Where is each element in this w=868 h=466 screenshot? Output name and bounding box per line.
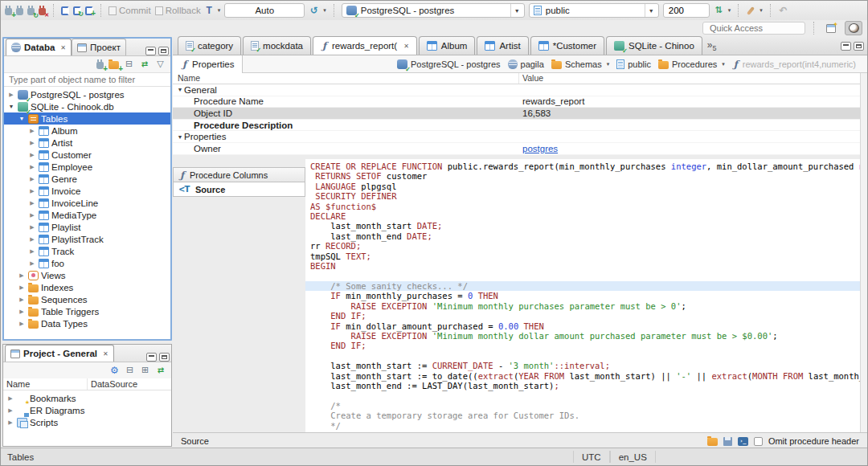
save-to-file-icon[interactable] (723, 437, 732, 446)
maximize-icon[interactable] (158, 47, 169, 55)
maximize-icon[interactable] (159, 353, 170, 362)
breadcrumb-item[interactable]: ƒrewards_report(int4,numeric) (732, 59, 856, 69)
expand-arrow-icon[interactable]: ▶ (28, 236, 36, 243)
editor-page-procedure-columns[interactable]: ƒProcedure Columns (173, 167, 305, 182)
expand-arrow-icon[interactable]: ▶ (28, 200, 36, 206)
maximize-icon[interactable] (854, 42, 864, 51)
tree-item[interactable]: ▶Views (4, 269, 170, 281)
connect-icon[interactable] (16, 8, 23, 15)
disconnect-icon[interactable] (39, 8, 46, 15)
tree-item[interactable]: ▶Table Triggers (4, 305, 170, 317)
open-perspective-button[interactable] (822, 21, 840, 35)
tree-item[interactable]: ▶Playlist (4, 221, 170, 233)
expand-arrow-icon[interactable]: ▶ (6, 395, 14, 402)
tree-item[interactable]: ▶ER Diagrams (3, 404, 171, 416)
property-row[interactable]: Ownerpostgres (173, 143, 860, 155)
code-line[interactable]: IF min_dollar_amount_purchased = 0.00 TH… (310, 321, 860, 331)
quick-access-input[interactable] (702, 22, 805, 35)
tree-item[interactable]: ▶InvoiceLine (4, 197, 170, 209)
expand-arrow-icon[interactable]: ▶ (28, 128, 36, 134)
code-line[interactable]: tmpSQL TEXT; (310, 251, 860, 261)
tab-projects[interactable]: Проект (72, 39, 126, 55)
vertical-scrollbar[interactable] (860, 73, 867, 449)
breadcrumb-item[interactable]: Procedures▾ (658, 59, 725, 69)
code-line[interactable]: IF min_monthly_purchases = 0 THEN (310, 291, 860, 300)
minimize-icon[interactable] (146, 353, 157, 362)
tree-item[interactable]: ▶Customer (4, 149, 170, 161)
editor-page-source[interactable]: <TSource (173, 182, 305, 197)
expand-arrow-icon[interactable]: ▶ (28, 212, 36, 219)
close-icon[interactable]: ✕ (103, 350, 108, 358)
link-with-editor-icon[interactable]: ⇄ (139, 59, 150, 69)
compare-button[interactable]: ▾ (746, 6, 763, 15)
column-datasource[interactable]: DataSource (88, 378, 141, 390)
expand-arrow-icon[interactable]: ▶ (18, 284, 26, 291)
tree-item[interactable]: ▼Tables (4, 112, 170, 125)
schema-select[interactable]: public ▼ (529, 3, 659, 18)
property-row[interactable]: ▼Properties (173, 131, 860, 143)
tab-properties[interactable]: ƒ Properties (173, 55, 243, 73)
expand-arrow-icon[interactable]: ▶ (18, 272, 26, 279)
omit-header-checkbox[interactable] (754, 437, 763, 446)
tree-item[interactable]: ▶MediaType (4, 209, 170, 221)
code-line[interactable]: AS $function$ (310, 202, 860, 211)
tree-item[interactable]: ▶Artist (4, 137, 170, 149)
column-name[interactable]: Name (3, 378, 88, 390)
collapse-all-icon[interactable]: ⊟ (124, 59, 134, 69)
dropdown-arrow-icon[interactable]: ▾ (607, 61, 610, 67)
tree-item[interactable]: ▶Genre (4, 173, 170, 185)
code-line[interactable]: RETURNS SETOF customer (310, 171, 860, 181)
property-row[interactable]: Procedure Description (173, 120, 860, 132)
tree-item[interactable]: ▶Scripts (3, 416, 171, 428)
breadcrumb-item[interactable]: PostgreSQL - postgres (397, 59, 500, 69)
source-code-editor[interactable]: CREATE OR REPLACE FUNCTION public.reward… (305, 159, 860, 432)
dbeaver-perspective-button[interactable] (845, 21, 862, 35)
editor-tab-Artist[interactable]: Artist (477, 36, 528, 55)
editor-tab-SQLiteChinoo[interactable]: SQLite - Chinoo (606, 36, 702, 55)
expand-arrow-icon[interactable]: ▶ (28, 164, 36, 170)
expand-arrow-icon[interactable]: ▶ (28, 188, 36, 194)
open-console-icon[interactable]: ›_ (738, 437, 748, 446)
rollback-button[interactable]: Rollback (155, 6, 201, 15)
expand-arrow-icon[interactable]: ▶ (28, 248, 36, 255)
commit-button[interactable]: Commit (108, 6, 151, 15)
tree-item[interactable]: ▶Track (4, 245, 170, 257)
code-line[interactable]: last_month_start := CURRENT_DATE - '3 mo… (310, 361, 860, 370)
code-line[interactable]: RAISE EXCEPTION 'Minimum monthly purchas… (310, 301, 860, 311)
commit-mode-select[interactable]: Auto (224, 3, 305, 18)
expand-arrow-icon[interactable]: ▶ (6, 407, 14, 414)
minimize-icon[interactable] (145, 47, 156, 55)
tree-item[interactable]: ▶Data Types (4, 317, 170, 329)
refresh-button[interactable]: ⇅ ▾ (714, 6, 731, 15)
expand-arrow-icon[interactable]: ▶ (6, 419, 14, 426)
tree-item[interactable]: ▶Indexes (4, 281, 170, 293)
object-filter-input[interactable] (4, 72, 170, 87)
breadcrumb-item[interactable]: Schemas▾ (551, 59, 609, 69)
tree-item[interactable]: ▶Employee (4, 161, 170, 173)
expand-arrow-icon[interactable]: ▶ (28, 140, 36, 146)
collapse-arrow-icon[interactable]: ▼ (176, 134, 184, 140)
code-line[interactable]: */ (310, 421, 860, 431)
editor-tab-rewardsreport[interactable]: ƒrewards_report(✕ (313, 36, 417, 55)
new-connection-icon[interactable] (5, 8, 12, 15)
tree-item[interactable]: ▶Invoice (4, 185, 170, 197)
code-line[interactable]: DECLARE (310, 211, 860, 221)
expand-arrow-icon[interactable]: ▶ (28, 176, 36, 182)
code-line[interactable]: rr RECORD; (310, 241, 860, 251)
close-icon[interactable]: ✕ (60, 44, 66, 51)
locale-indicator[interactable]: en_US (610, 451, 656, 463)
transaction-mode-button[interactable]: T ▾ (205, 6, 221, 15)
column-name[interactable]: Name (173, 73, 519, 84)
expand-arrow-icon[interactable]: ▶ (28, 260, 36, 267)
code-line[interactable] (310, 271, 860, 280)
expand-arrow-icon[interactable]: ▶ (18, 321, 26, 327)
undo-icon[interactable]: ↶ (778, 6, 788, 15)
collapse-arrow-icon[interactable]: ▼ (176, 87, 184, 92)
code-line[interactable]: last_month_start := to_date((extract(YEA… (310, 371, 860, 381)
code-line[interactable]: last_month_end DATE; (310, 231, 860, 241)
timezone-indicator[interactable]: UTC (573, 451, 610, 463)
property-row[interactable]: Object ID16,583 (173, 108, 860, 120)
code-line[interactable]: CREATE OR REPLACE FUNCTION public.reward… (310, 161, 860, 171)
tab-database-navigator[interactable]: Databa ✕ (6, 39, 72, 55)
editor-tab-Album[interactable]: Album (419, 36, 476, 55)
